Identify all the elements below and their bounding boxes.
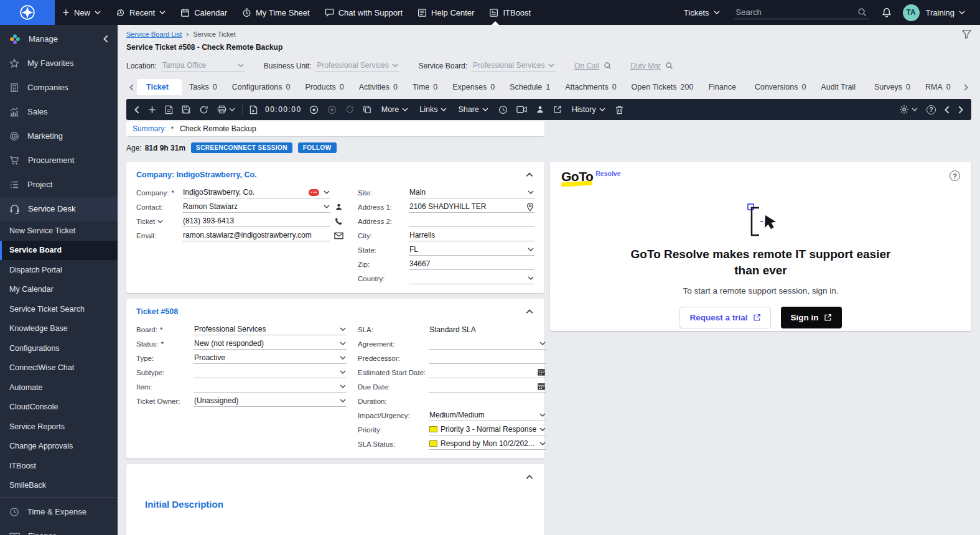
sidebar-item-manage[interactable]: Manage [0, 27, 118, 51]
toolbar-start-timer-icon[interactable] [305, 99, 323, 120]
sidebar-item-service-desk[interactable]: Service Desk [0, 197, 118, 221]
calendar-icon[interactable] [537, 368, 546, 376]
company-alert-flag-icon[interactable] [309, 189, 319, 196]
map-pin-icon[interactable] [526, 202, 534, 212]
sidebar-item-service-reports[interactable]: Service Reports [0, 417, 118, 437]
recent-menu[interactable]: Recent [108, 0, 173, 25]
toolbar-refresh-icon[interactable] [195, 99, 213, 120]
sidebar-item-time-expense[interactable]: Time & Expense [0, 500, 118, 524]
search-icon[interactable] [857, 7, 867, 17]
sidebar-item-service-ticket-search[interactable]: Service Ticket Search [0, 299, 118, 319]
sidebar-item-marketing[interactable]: Marketing [0, 124, 118, 148]
city-input[interactable]: Harrells [409, 230, 534, 241]
tickets-dropdown[interactable]: Tickets [676, 0, 727, 25]
tab-audit-trail[interactable]: Audit Trail [813, 79, 867, 95]
toolbar-copy-icon[interactable] [358, 99, 376, 120]
subtype-select[interactable] [194, 366, 347, 378]
sidebar-item-my-calendar[interactable]: My Calendar [0, 280, 118, 300]
agreement-select[interactable] [429, 338, 546, 350]
sidebar-item-automate[interactable]: Automate [0, 378, 118, 398]
ticket-card-title[interactable]: Ticket #508 [136, 307, 178, 316]
sidebar-item-finance[interactable]: Finance [0, 524, 118, 535]
goto-help-icon[interactable]: ? [950, 170, 960, 181]
filter-funnel-icon[interactable] [962, 30, 971, 39]
history-dropdown[interactable]: History [566, 99, 611, 120]
toolbar-back-icon[interactable] [130, 99, 144, 120]
tab-ticket[interactable]: Ticket [137, 79, 182, 95]
toolbar-print-icon[interactable] [213, 99, 240, 120]
company-card-title[interactable]: Company: IndigoStrawberry, Co. [136, 170, 257, 179]
sidebar-item-itboost[interactable]: ITBoost [0, 456, 118, 476]
notifications-bell-icon[interactable] [875, 0, 898, 25]
collapse-chevron-up-icon[interactable] [525, 171, 534, 179]
address1-input[interactable]: 2106 SHADYHILL TER [409, 201, 534, 213]
toolbar-video-icon[interactable] [512, 99, 531, 120]
service-board-select[interactable]: Professional Services [472, 60, 556, 72]
type-select[interactable]: Proactive [194, 352, 347, 364]
toolbar-stop-timer-icon[interactable] [323, 99, 341, 120]
tabs-scroll-left-icon[interactable] [126, 84, 137, 91]
location-select[interactable]: Tampa Office [161, 60, 245, 72]
calendar-icon[interactable] [537, 382, 546, 391]
more-dropdown[interactable]: More [376, 99, 414, 120]
share-dropdown[interactable]: Share [452, 99, 493, 120]
sidebar-item-smileback[interactable]: SmileBack [0, 476, 118, 496]
item-select[interactable] [194, 381, 347, 393]
sidebar-item-my-favorites[interactable]: My Favorites [0, 51, 118, 75]
phone-icon[interactable] [330, 217, 347, 225]
toolbar-save-icon[interactable] [177, 99, 195, 120]
search-icon[interactable] [604, 62, 612, 70]
tab-surveys[interactable]: Surveys0 [867, 79, 918, 95]
tab-products[interactable]: Products0 [297, 79, 351, 95]
priority-select[interactable]: Priority 3 - Normal Response [429, 424, 546, 435]
tab-time[interactable]: Time0 [405, 79, 445, 95]
toolbar-schedule-clock-icon[interactable] [494, 99, 512, 120]
sidebar-item-knowledge-base[interactable]: Knowledge Base [0, 319, 118, 339]
envelope-icon[interactable] [330, 232, 347, 240]
duty-mgr-link[interactable]: Duty Mgr [630, 62, 661, 70]
global-search-input[interactable] [736, 7, 857, 17]
my-time-sheet-menu[interactable]: My Time Sheet [235, 0, 317, 25]
sidebar-item-companies[interactable]: Companies [0, 75, 118, 100]
tab-expenses[interactable]: Expenses0 [445, 79, 502, 95]
tab-finance[interactable]: Finance [701, 79, 747, 95]
tab-activities[interactable]: Activities0 [352, 79, 405, 95]
sidebar-item-change-approvals[interactable]: Change Approvals [0, 437, 118, 457]
sidebar-item-cloudconsole[interactable]: CloudConsole [0, 398, 118, 417]
toolbar-time-entry-icon[interactable] [245, 99, 262, 120]
estimated-start-date-input[interactable] [429, 366, 546, 378]
tab-rma[interactable]: RMA0 [918, 79, 958, 95]
sidebar-item-connectwise-chat[interactable]: ConnectWise Chat [0, 358, 118, 378]
due-date-input[interactable] [429, 381, 546, 393]
summary-input[interactable]: Check Remote Backup [180, 124, 256, 133]
calendar-menu[interactable]: Calendar [173, 0, 235, 25]
sidebar-item-service-board[interactable]: Service Board [0, 241, 118, 261]
sidebar-item-configurations[interactable]: Configurations [0, 338, 118, 358]
toolbar-add-icon[interactable] [144, 99, 161, 120]
toolbar-reset-timer-icon[interactable] [341, 99, 358, 120]
toolbar-contact-icon[interactable] [531, 99, 549, 120]
app-logo[interactable] [0, 0, 55, 25]
address2-input[interactable] [409, 215, 534, 227]
tab-schedule[interactable]: Schedule1 [502, 79, 558, 95]
business-unit-select[interactable]: Professional Services [315, 60, 399, 72]
toolbar-prev-icon[interactable] [940, 99, 954, 120]
help-center-menu[interactable]: Help Center [410, 0, 482, 25]
zip-input[interactable]: 34667 [409, 258, 534, 270]
predecessor-input[interactable] [429, 352, 546, 364]
follow-badge[interactable]: FOLLOW [298, 142, 337, 153]
collapse-chevron-up-icon[interactable] [525, 308, 534, 315]
links-dropdown[interactable]: Links [414, 99, 452, 120]
tab-configurations[interactable]: Configurations0 [225, 79, 298, 95]
state-select[interactable]: FL [409, 244, 534, 256]
sign-in-button[interactable]: Sign in [781, 307, 842, 328]
ticket-owner-select[interactable]: (Unassigned) [194, 395, 347, 407]
toolbar-help-icon[interactable]: ? [922, 99, 940, 120]
on-call-link[interactable]: On Call [574, 62, 599, 70]
request-trial-button[interactable]: Request a trial [679, 307, 770, 328]
toolbar-settings-gear-icon[interactable] [895, 99, 922, 120]
toolbar-delete-icon[interactable] [611, 99, 628, 120]
sidebar-item-procurement[interactable]: Procurement [0, 148, 118, 172]
sidebar-collapse-icon[interactable] [103, 35, 108, 43]
country-select[interactable] [409, 272, 534, 284]
